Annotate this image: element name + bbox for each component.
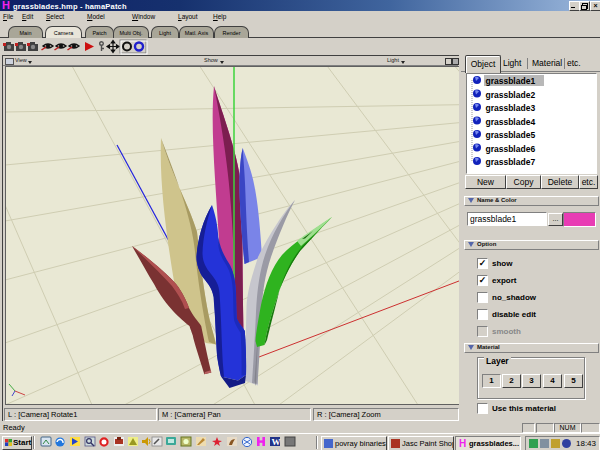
svg-text:grassblade1: grassblade1	[486, 76, 536, 86]
svg-text:grassblade2: grassblade2	[486, 90, 536, 100]
svg-text:grassblade3: grassblade3	[486, 103, 536, 113]
svg-text:W: W	[271, 437, 280, 447]
svg-text:grassblade6: grassblade6	[486, 144, 536, 154]
svg-text:grassblade5: grassblade5	[486, 130, 536, 140]
svg-text:grassblade7: grassblade7	[486, 157, 536, 167]
svg-text:grassblade4: grassblade4	[486, 117, 536, 127]
